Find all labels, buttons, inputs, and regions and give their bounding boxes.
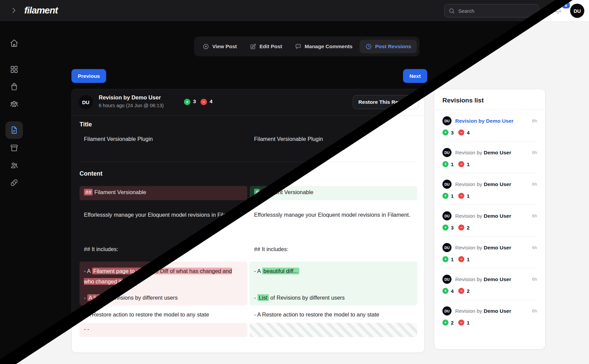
revision-list-item[interactable]: DU Revision by Demo User 6h +1 −1 [442, 173, 537, 205]
revision-list-item[interactable]: DU Revision by Demo User 6h +3 −4 [442, 110, 537, 142]
revision-item-time: 6h [532, 118, 537, 123]
diff-includes-old: ## It includes: [84, 244, 118, 254]
additions-icon: + [442, 320, 448, 326]
revision-item-name: Revision by Demo User [455, 245, 511, 251]
tab-edit-post[interactable]: Edit Post [244, 40, 288, 53]
title-old-value: Filament Versionable Plugin [84, 136, 153, 142]
sidebar-item-dashboard[interactable] [5, 61, 23, 78]
title-new-value: Filament Versionable Plugin [254, 136, 323, 142]
tab-label: View Post [212, 43, 237, 50]
avatar: DU [79, 95, 93, 110]
revision-list-item[interactable]: DU Revision by Demo User 6h +2 −1 [442, 300, 537, 331]
squares-grid-icon [10, 65, 19, 74]
deletions-count: 1 [467, 320, 469, 326]
sidebar-item-posts[interactable] [5, 121, 23, 139]
avatar: DU [442, 211, 452, 220]
additions-count: 3 [451, 130, 454, 135]
revision-item-row: DU Revision by Demo User 6h [442, 275, 537, 284]
revision-card-header: DU Revision by Demo User 6 hours ago (24… [72, 89, 424, 116]
next-button[interactable]: Next [403, 69, 427, 83]
diff-includes-new: ## It includes: [254, 244, 288, 254]
revision-item-badges: +4 −2 [442, 288, 537, 294]
added-mark: List [257, 294, 269, 301]
additions-count: 4 [451, 288, 454, 294]
deletions-count: 4 [467, 130, 469, 135]
revisions-list-title: Revisions list [434, 89, 545, 110]
revision-item-badges: +2 −1 [442, 320, 537, 326]
home-icon [10, 39, 19, 48]
user-group-icon [10, 99, 19, 108]
revision-list-item[interactable]: DU Revision by Demo User 6h +1 −1 [442, 237, 537, 268]
screenshot-stage: filament Search 6 DU [0, 0, 589, 364]
sidebar-item-archive[interactable] [5, 139, 23, 157]
user-avatar[interactable]: DU [570, 4, 584, 18]
revision-item-time: 6h [532, 182, 537, 187]
revision-item-badges: +1 −1 [442, 193, 537, 199]
revision-list-item[interactable]: DU Revision by Demo User 6h +1 −1 [442, 142, 537, 173]
additions-icon: + [442, 224, 448, 231]
shopping-bag-icon [10, 82, 19, 91]
title-section-label: Title [80, 121, 92, 128]
additions-count: 3 [451, 225, 454, 231]
sidebar-item-home[interactable] [5, 34, 23, 52]
deletions-icon: − [458, 224, 464, 231]
removed-item: - A list of Revisions by different users [84, 293, 243, 303]
tab-label: Manage Comments [305, 43, 352, 50]
sidebar-collapse-button[interactable] [10, 7, 18, 14]
app-logo: filament [24, 5, 58, 16]
revisions-list-entries: DU Revision by Demo User 6h +3 −4 DU Rev… [434, 110, 545, 331]
revision-list-item[interactable]: DU Revision by Demo User 6h +3 −2 [442, 205, 537, 237]
sidebar-item-customers[interactable] [5, 95, 23, 113]
removed-mark: ## [84, 189, 93, 195]
deletions-icon: − [458, 288, 464, 294]
revisions-list-panel: Revisions list DU Revision by Demo User … [434, 89, 546, 350]
revision-item-name: Revision by Demo User [455, 308, 511, 314]
link-icon [10, 178, 19, 187]
document-text-icon [10, 126, 19, 134]
additions-count: 2 [451, 320, 454, 326]
tab-manage-comments[interactable]: Manage Comments [289, 40, 358, 53]
revision-item-time: 6h [532, 213, 537, 218]
additions-count: 1 [451, 256, 454, 262]
avatar: DU [442, 275, 452, 284]
tab-post-revisions[interactable]: Post Revsions [360, 40, 417, 53]
additions-icon: + [442, 288, 448, 294]
chevron-right-icon [10, 7, 18, 14]
diff-text: Filament Versionable [93, 189, 146, 195]
deletions-count: 4 [210, 98, 213, 104]
additions-count: 3 [193, 98, 196, 104]
revision-title: Revision by Demo User [99, 94, 161, 101]
deletions-icon: − [458, 193, 464, 199]
revision-item-badges: +3 −4 [442, 129, 537, 135]
additions-icon: + [184, 99, 190, 105]
deletions-count: 1 [467, 256, 469, 262]
deletions-icon: − [458, 256, 464, 262]
revision-item-time: 6h [532, 308, 537, 313]
avatar: DU [442, 243, 452, 252]
users-icon [10, 161, 19, 170]
restore-revision-button[interactable]: Restore This Revision [353, 95, 419, 109]
clock-icon [365, 43, 372, 50]
diff-restore-new: - A Restore action to restore the model … [254, 309, 379, 320]
avatar: DU [442, 180, 452, 189]
revision-item-row: DU Revision by Demo User 6h [442, 243, 537, 252]
deletions-count: 1 [467, 161, 469, 167]
revision-list-item[interactable]: DU Revision by Demo User 6h +4 −2 [442, 268, 537, 300]
diff-added-heading: # Filament Versionable [250, 186, 417, 200]
tab-view-post[interactable]: View Post [197, 40, 243, 53]
revision-item-row: DU Revision by Demo User 6h [442, 148, 537, 157]
revision-item-row: DU Revision by Demo User 6h [442, 116, 537, 125]
diff-paragraph-new: Efforlesssly manage your Eloquent model … [254, 209, 412, 220]
sidebar-item-links[interactable] [5, 174, 23, 191]
notifications-bell-icon[interactable] [554, 7, 562, 15]
avatar: DU [442, 116, 452, 125]
tab-label: Post Revsions [375, 43, 411, 50]
previous-button[interactable]: Previous [71, 69, 106, 83]
revision-item-badges: +3 −2 [442, 224, 537, 231]
search-placeholder: Search [458, 8, 474, 14]
sidebar-item-shop[interactable] [5, 78, 23, 95]
sidebar-item-users[interactable] [5, 156, 23, 174]
deletions-count: 2 [467, 288, 469, 294]
search-input[interactable]: Search [444, 4, 539, 18]
added-item: - List of Revisions by different users [254, 293, 413, 303]
